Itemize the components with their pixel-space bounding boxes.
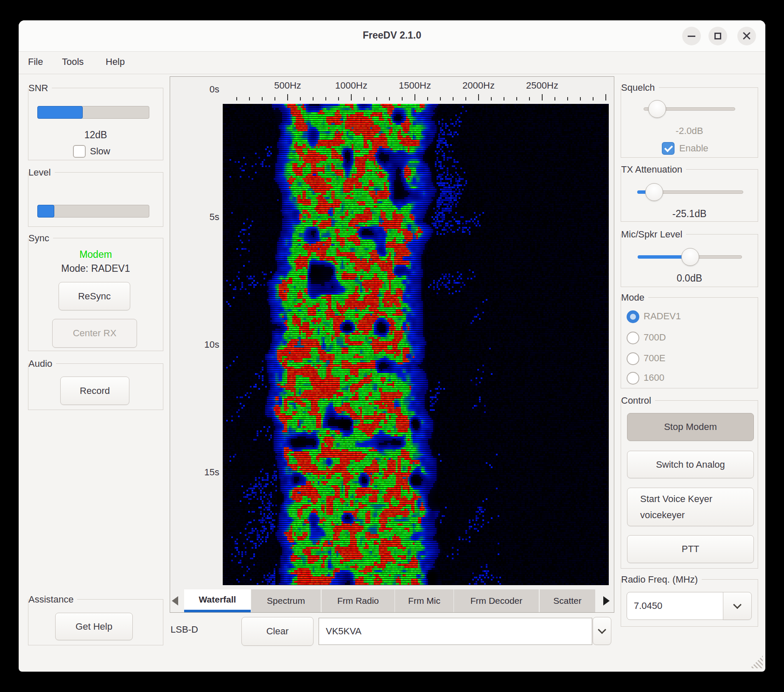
squelch-group-label: Squelch — [621, 81, 659, 95]
chevron-down-icon — [598, 625, 606, 634]
minimize-icon — [688, 36, 695, 37]
assistance-group-label: Assistance — [28, 593, 77, 606]
voice-keyer-button[interactable]: Start Voice Keyer voicekeyer — [627, 488, 754, 526]
get-help-button[interactable]: Get Help — [55, 613, 133, 640]
resync-button[interactable]: ReSync — [59, 282, 130, 310]
level-group: Level — [28, 172, 163, 227]
tab-frm-radio[interactable]: Frm Radio — [322, 589, 395, 612]
freq-ticks — [224, 94, 609, 101]
sync-group-label: Sync — [28, 232, 53, 245]
freq-label-2000: 2000Hz — [453, 80, 504, 91]
menu-help[interactable]: Help — [106, 56, 125, 67]
stop-modem-button[interactable]: Stop Modem — [627, 413, 754, 441]
sync-mode-text: Mode: RADEV1 — [28, 263, 163, 274]
time-label-10s: 10s — [190, 339, 219, 350]
radio-freq-dropdown-button[interactable] — [723, 592, 752, 620]
tab-frm-decoder[interactable]: Frm Decoder — [454, 589, 539, 612]
mode-radio-1600[interactable] — [627, 372, 639, 385]
mode-radio-700e-label[interactable]: 700E — [644, 353, 665, 364]
record-button[interactable]: Record — [60, 377, 129, 405]
mode-radio-700d-label[interactable]: 700D — [644, 332, 666, 343]
window-title: FreeDV 2.1.0 — [19, 30, 765, 41]
mode-group: Mode — [621, 297, 758, 388]
chevron-down-icon — [733, 600, 742, 609]
freq-label-2500: 2500Hz — [517, 80, 568, 91]
tab-waterfall[interactable]: Waterfall — [184, 589, 251, 612]
snr-value: 12dB — [28, 129, 163, 141]
freq-label-1500: 1500Hz — [389, 80, 440, 91]
snr-progress-fill — [37, 106, 83, 119]
mic-spkr-slider-handle[interactable] — [681, 248, 699, 266]
switch-to-analog-button[interactable]: Switch to Analog — [627, 451, 754, 478]
callsign-dropdown-button[interactable] — [593, 617, 611, 645]
menu-tools[interactable]: Tools — [62, 56, 84, 67]
tab-frm-mic[interactable]: Frm Mic — [395, 589, 454, 612]
maximize-button[interactable] — [708, 27, 727, 45]
radio-freq-field[interactable]: 7.0450 — [627, 592, 723, 620]
callsign-field[interactable]: VK5KVA — [319, 618, 592, 645]
tab-scroll-right-icon — [603, 596, 610, 606]
mic-spkr-value: 0.0dB — [621, 273, 758, 284]
maximize-icon — [714, 33, 721, 39]
tx-attenuation-group-label: TX Attenuation — [621, 163, 686, 176]
sync-status: Modem — [28, 249, 163, 260]
squelch-enable-checkbox[interactable] — [662, 142, 675, 155]
clear-button[interactable]: Clear — [241, 617, 314, 646]
audio-group-label: Audio — [28, 357, 56, 371]
waterfall-canvas[interactable] — [223, 104, 609, 585]
time-label-0s: 0s — [190, 84, 219, 95]
snr-progressbar — [37, 106, 149, 119]
level-progressbar — [37, 205, 149, 218]
squelch-enable-label[interactable]: Enable — [679, 143, 708, 154]
ptt-button[interactable]: PTT — [627, 535, 754, 563]
time-label-15s: 15s — [190, 467, 219, 478]
level-progress-fill — [37, 205, 54, 218]
screen: FreeDV 2.1.0 File Tools Help SNR 12dB Sl… — [0, 0, 784, 692]
menu-file[interactable]: File — [28, 56, 43, 67]
tab-scroll-left[interactable] — [172, 596, 178, 606]
control-group-label: Control — [621, 394, 655, 407]
mic-spkr-group-label: Mic/Spkr Level — [621, 228, 686, 241]
tab-spectrum[interactable]: Spectrum — [251, 589, 321, 612]
mode-group-label: Mode — [621, 291, 648, 304]
snr-slow-checkbox[interactable] — [73, 145, 86, 158]
tab-scroll-left-icon — [172, 596, 178, 606]
mode-radio-radev1[interactable] — [627, 310, 639, 323]
close-button[interactable] — [737, 27, 756, 45]
snr-slow-label[interactable]: Slow — [90, 146, 110, 157]
freq-label-500: 500Hz — [262, 80, 313, 91]
close-icon — [742, 32, 751, 40]
level-group-label: Level — [28, 166, 55, 179]
mode-radio-700d[interactable] — [627, 332, 639, 344]
tx-attenuation-value: -25.1dB — [621, 208, 758, 220]
radio-freq-group-label: Radio Freq. (MHz) — [621, 573, 702, 586]
tx-attenuation-slider-handle[interactable] — [645, 183, 663, 201]
sideband-label: LSB-D — [171, 624, 198, 635]
time-label-5s: 5s — [190, 212, 219, 223]
freq-label-1000: 1000Hz — [326, 80, 377, 91]
squelch-slider-handle[interactable] — [648, 100, 666, 118]
mode-radio-1600-label[interactable]: 1600 — [644, 372, 664, 383]
tab-scatter[interactable]: Scatter — [540, 589, 595, 612]
minimize-button[interactable] — [682, 27, 701, 45]
mode-radio-700e[interactable] — [627, 352, 639, 365]
snr-group-label: SNR — [28, 81, 52, 95]
center-rx-button[interactable]: Center RX — [52, 319, 137, 348]
menubar-separator — [19, 74, 765, 74]
squelch-value: -2.0dB — [621, 126, 758, 137]
tab-scroll-right[interactable] — [603, 596, 610, 606]
mode-radio-radev1-label[interactable]: RADEV1 — [644, 311, 681, 322]
